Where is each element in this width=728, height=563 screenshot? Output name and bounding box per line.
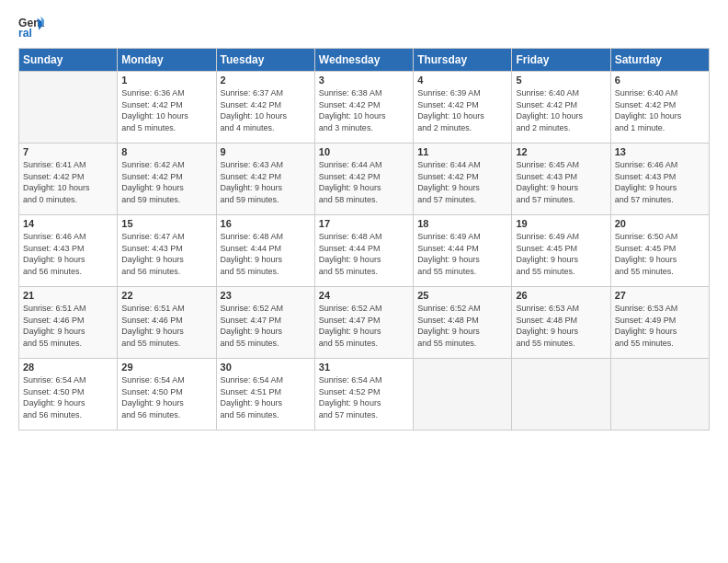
day-number: 1	[121, 75, 211, 86]
day-number: 25	[417, 290, 507, 301]
calendar-cell: 19Sunrise: 6:49 AMSunset: 4:45 PMDayligh…	[512, 215, 610, 287]
calendar-cell: 17Sunrise: 6:48 AMSunset: 4:44 PMDayligh…	[314, 215, 413, 287]
week-row-3: 21Sunrise: 6:51 AMSunset: 4:46 PMDayligh…	[19, 287, 710, 359]
weekday-header-sunday: Sunday	[19, 49, 118, 72]
day-number: 14	[23, 218, 113, 229]
day-info: Sunrise: 6:49 AMSunset: 4:44 PMDaylight:…	[417, 231, 507, 277]
calendar-cell: 29Sunrise: 6:54 AMSunset: 4:50 PMDayligh…	[118, 359, 216, 431]
calendar-cell: 2Sunrise: 6:37 AMSunset: 4:42 PMDaylight…	[216, 72, 314, 144]
week-row-0: 1Sunrise: 6:36 AMSunset: 4:42 PMDaylight…	[19, 72, 710, 144]
calendar-cell: 27Sunrise: 6:53 AMSunset: 4:49 PMDayligh…	[610, 287, 709, 359]
day-info: Sunrise: 6:46 AMSunset: 4:43 PMDaylight:…	[23, 231, 113, 277]
day-number: 21	[23, 290, 113, 301]
day-info: Sunrise: 6:54 AMSunset: 4:52 PMDaylight:…	[319, 374, 409, 420]
header: Gene ral	[18, 15, 710, 40]
day-number: 6	[615, 75, 705, 86]
weekday-header-saturday: Saturday	[610, 49, 709, 72]
calendar-cell: 28Sunrise: 6:54 AMSunset: 4:50 PMDayligh…	[19, 359, 118, 431]
day-number: 28	[23, 362, 113, 373]
calendar-cell: 1Sunrise: 6:36 AMSunset: 4:42 PMDaylight…	[118, 72, 216, 144]
weekday-header-wednesday: Wednesday	[314, 49, 413, 72]
weekday-header-monday: Monday	[118, 49, 216, 72]
calendar-cell: 5Sunrise: 6:40 AMSunset: 4:42 PMDaylight…	[512, 72, 610, 144]
weekday-header-friday: Friday	[512, 49, 610, 72]
day-info: Sunrise: 6:49 AMSunset: 4:45 PMDaylight:…	[516, 231, 606, 277]
day-info: Sunrise: 6:42 AMSunset: 4:42 PMDaylight:…	[121, 159, 211, 205]
day-number: 22	[121, 290, 211, 301]
calendar-cell: 4Sunrise: 6:39 AMSunset: 4:42 PMDaylight…	[414, 72, 512, 144]
day-info: Sunrise: 6:48 AMSunset: 4:44 PMDaylight:…	[221, 231, 311, 277]
calendar-cell	[414, 359, 512, 431]
day-info: Sunrise: 6:39 AMSunset: 4:42 PMDaylight:…	[417, 87, 507, 133]
day-info: Sunrise: 6:40 AMSunset: 4:42 PMDaylight:…	[615, 87, 705, 133]
day-number: 29	[121, 362, 211, 373]
calendar-cell: 25Sunrise: 6:52 AMSunset: 4:48 PMDayligh…	[414, 287, 512, 359]
calendar-cell: 23Sunrise: 6:52 AMSunset: 4:47 PMDayligh…	[216, 287, 314, 359]
calendar-body: 1Sunrise: 6:36 AMSunset: 4:42 PMDaylight…	[19, 72, 710, 431]
day-number: 23	[221, 290, 311, 301]
day-info: Sunrise: 6:48 AMSunset: 4:44 PMDaylight:…	[319, 231, 409, 277]
logo-icon: Gene ral	[18, 15, 44, 40]
calendar-cell: 18Sunrise: 6:49 AMSunset: 4:44 PMDayligh…	[414, 215, 512, 287]
day-number: 4	[417, 75, 507, 86]
calendar-cell: 7Sunrise: 6:41 AMSunset: 4:42 PMDaylight…	[19, 144, 118, 215]
day-number: 18	[417, 218, 507, 229]
day-info: Sunrise: 6:53 AMSunset: 4:48 PMDaylight:…	[516, 303, 606, 349]
weekday-header-tuesday: Tuesday	[216, 49, 314, 72]
day-number: 5	[516, 75, 606, 86]
day-number: 30	[221, 362, 311, 373]
calendar-cell: 24Sunrise: 6:52 AMSunset: 4:47 PMDayligh…	[314, 287, 413, 359]
day-number: 31	[319, 362, 409, 373]
calendar-cell	[512, 359, 610, 431]
logo: Gene ral	[18, 15, 46, 40]
day-info: Sunrise: 6:52 AMSunset: 4:47 PMDaylight:…	[221, 303, 311, 349]
day-number: 24	[319, 290, 409, 301]
page: Gene ral SundayMondayTuesdayWednesdayThu…	[0, 0, 728, 563]
calendar-cell: 12Sunrise: 6:45 AMSunset: 4:43 PMDayligh…	[512, 144, 610, 215]
day-number: 27	[615, 290, 705, 301]
calendar-cell: 16Sunrise: 6:48 AMSunset: 4:44 PMDayligh…	[216, 215, 314, 287]
day-info: Sunrise: 6:54 AMSunset: 4:50 PMDaylight:…	[121, 374, 211, 420]
day-info: Sunrise: 6:41 AMSunset: 4:42 PMDaylight:…	[23, 159, 113, 205]
day-info: Sunrise: 6:51 AMSunset: 4:46 PMDaylight:…	[121, 303, 211, 349]
calendar-cell	[19, 72, 118, 144]
day-number: 17	[319, 218, 409, 229]
week-row-2: 14Sunrise: 6:46 AMSunset: 4:43 PMDayligh…	[19, 215, 710, 287]
day-number: 12	[516, 146, 606, 157]
svg-text:ral: ral	[18, 27, 32, 40]
day-info: Sunrise: 6:51 AMSunset: 4:46 PMDaylight:…	[23, 303, 113, 349]
calendar-cell: 21Sunrise: 6:51 AMSunset: 4:46 PMDayligh…	[19, 287, 118, 359]
day-info: Sunrise: 6:43 AMSunset: 4:42 PMDaylight:…	[221, 159, 311, 205]
calendar-cell	[610, 359, 709, 431]
day-number: 11	[417, 146, 507, 157]
calendar-cell: 22Sunrise: 6:51 AMSunset: 4:46 PMDayligh…	[118, 287, 216, 359]
day-info: Sunrise: 6:38 AMSunset: 4:42 PMDaylight:…	[319, 87, 409, 133]
calendar-cell: 15Sunrise: 6:47 AMSunset: 4:43 PMDayligh…	[118, 215, 216, 287]
day-info: Sunrise: 6:54 AMSunset: 4:50 PMDaylight:…	[23, 374, 113, 420]
week-row-4: 28Sunrise: 6:54 AMSunset: 4:50 PMDayligh…	[19, 359, 710, 431]
day-number: 15	[121, 218, 211, 229]
day-info: Sunrise: 6:47 AMSunset: 4:43 PMDaylight:…	[121, 231, 211, 277]
day-number: 13	[615, 146, 705, 157]
calendar-cell: 10Sunrise: 6:44 AMSunset: 4:42 PMDayligh…	[314, 144, 413, 215]
day-info: Sunrise: 6:44 AMSunset: 4:42 PMDaylight:…	[417, 159, 507, 205]
day-number: 7	[23, 146, 113, 157]
calendar-cell: 31Sunrise: 6:54 AMSunset: 4:52 PMDayligh…	[314, 359, 413, 431]
calendar-table: SundayMondayTuesdayWednesdayThursdayFrid…	[18, 48, 710, 431]
day-number: 26	[516, 290, 606, 301]
calendar-cell: 9Sunrise: 6:43 AMSunset: 4:42 PMDaylight…	[216, 144, 314, 215]
calendar-cell: 13Sunrise: 6:46 AMSunset: 4:43 PMDayligh…	[610, 144, 709, 215]
day-number: 9	[221, 146, 311, 157]
day-info: Sunrise: 6:53 AMSunset: 4:49 PMDaylight:…	[615, 303, 705, 349]
calendar-cell: 11Sunrise: 6:44 AMSunset: 4:42 PMDayligh…	[414, 144, 512, 215]
day-info: Sunrise: 6:50 AMSunset: 4:45 PMDaylight:…	[615, 231, 705, 277]
day-number: 20	[615, 218, 705, 229]
day-info: Sunrise: 6:46 AMSunset: 4:43 PMDaylight:…	[615, 159, 705, 205]
calendar-header: SundayMondayTuesdayWednesdayThursdayFrid…	[19, 49, 710, 72]
day-info: Sunrise: 6:45 AMSunset: 4:43 PMDaylight:…	[516, 159, 606, 205]
day-info: Sunrise: 6:37 AMSunset: 4:42 PMDaylight:…	[221, 87, 311, 133]
calendar-cell: 14Sunrise: 6:46 AMSunset: 4:43 PMDayligh…	[19, 215, 118, 287]
day-number: 10	[319, 146, 409, 157]
weekday-row: SundayMondayTuesdayWednesdayThursdayFrid…	[19, 49, 710, 72]
calendar-cell: 3Sunrise: 6:38 AMSunset: 4:42 PMDaylight…	[314, 72, 413, 144]
